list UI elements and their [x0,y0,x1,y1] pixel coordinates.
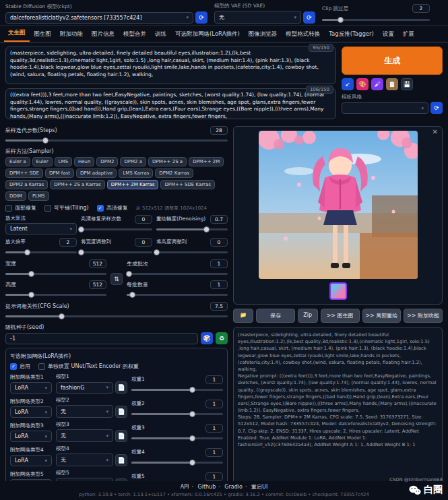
width-slider[interactable] [5,270,106,278]
model-file-icon[interactable]: 📄 [115,430,127,442]
sampler-option[interactable]: PLMS [28,191,49,201]
brush-icon[interactable]: 🖌 [371,78,383,90]
sampler-option[interactable]: DPM2 a [120,157,146,166]
gradio-link[interactable]: Gradio [224,484,243,490]
upscale-by-slider[interactable] [5,249,77,256]
sampler-option[interactable]: DPM2 Karras [155,168,193,178]
lora-model-select[interactable]: 无▾ [56,454,113,466]
reuse-seed-recycle-icon[interactable]: ♻ [216,332,228,344]
lora-weight-value[interactable]: 1 [205,472,223,481]
sampler-option[interactable]: LMS Karras [119,168,153,178]
resize-height-value[interactable]: 0 [210,238,228,247]
restart-ui-link[interactable]: 重启UI [251,484,267,490]
refresh-checkpoint-button[interactable]: ⟳ [195,11,207,24]
clip-skip-value[interactable]: 2 [412,4,430,13]
lora-weight-slider[interactable] [131,410,223,418]
generate-button[interactable]: 生成 [342,46,443,75]
lora-weight-slider[interactable] [131,435,223,442]
sampler-option-selected[interactable]: DPM++ 2M Karras [107,180,159,189]
batch-size-slider[interactable] [127,291,228,299]
lora-weight-slider[interactable] [131,459,223,466]
tiling-checkbox[interactable]: 可平铺(Tiling) [44,204,89,212]
tab-settings[interactable]: 设置 [379,27,398,42]
send-to-extras-button[interactable]: >> 附加功能 [404,309,443,323]
sampler-option[interactable]: Euler [32,157,53,166]
sampler-option[interactable]: DPM adaptive [76,168,117,178]
denoise-slider[interactable] [156,226,228,233]
batch-size-value[interactable]: 1 [210,280,228,289]
lora-type-select[interactable]: LoRA▾ [10,406,52,418]
sampler-option[interactable]: DDIM [5,191,26,201]
styles-select[interactable]: ▾ [342,102,428,114]
refresh-styles-button[interactable]: ⟳ [430,102,443,114]
model-file-icon[interactable]: 📄 [115,454,127,466]
cfg-scale-value[interactable]: 7.5 [210,302,228,311]
negative-prompt-input[interactable]: (((extra feet))),3 feet,more than two fe… [5,88,336,119]
resize-height-slider[interactable] [156,249,228,256]
lora-enable-checkbox[interactable]: ✓ 启用 [10,363,30,370]
model-file-icon[interactable]: 📄 [115,406,127,418]
clipboard-icon[interactable]: 📋 [386,78,398,90]
steps-slider[interactable] [5,137,228,144]
seed-input[interactable]: -1 [5,333,198,344]
random-seed-dice-icon[interactable]: 🎲 [201,332,213,344]
face-restore-checkbox[interactable]: 面部修复 [5,204,36,212]
height-slider[interactable] [5,291,106,299]
resize-width-slider[interactable] [81,249,152,256]
close-icon[interactable]: ✕ [433,128,438,135]
sampler-option[interactable]: LMS [55,157,72,166]
lora-weight-value[interactable]: 1 [205,424,223,433]
sampler-option[interactable]: DPM++ SDE Karras [160,180,214,189]
lora-weight-value[interactable]: 1 [205,375,223,384]
sampler-option[interactable]: DPM2 a Karras [5,180,48,189]
tab-extras[interactable]: 附加功能 [56,27,87,42]
gallery-thumbnail[interactable] [329,282,347,300]
refresh-vae-button[interactable]: ⟳ [303,11,315,24]
palette-icon[interactable]: 🎨 [356,78,369,90]
width-value[interactable]: 512 [89,259,106,268]
lora-model-select[interactable]: 无▾ [56,429,113,442]
send-to-inpaint-button[interactable]: >> 局部重绘 [362,309,402,323]
model-file-icon[interactable]: 📄 [115,381,127,394]
sampler-option[interactable]: Euler a [5,157,30,166]
sampler-option[interactable]: DPM fast [45,168,74,178]
sampler-option[interactable]: DPM++ SDE [5,168,43,178]
upscaler-select[interactable]: Latent ▾ [5,223,77,235]
swap-dimensions-icon[interactable]: ⇅ [110,273,123,285]
tab-checkpoint-merger[interactable]: 模型合并 [119,27,150,42]
sampler-option[interactable]: DPM++ 2S a Karras [50,180,105,189]
upscale-by-value[interactable]: 2 [59,238,77,247]
hires-steps-value[interactable]: 0 [135,215,152,224]
sampler-option[interactable]: DPM2 [96,157,118,166]
batch-count-slider[interactable] [127,270,228,278]
tab-lora[interactable]: 可选附加网络(LoRA插件) [171,27,244,42]
resize-width-value[interactable]: 0 [135,238,152,247]
lora-weight-value[interactable]: 1 [205,400,223,408]
batch-count-value[interactable]: 1 [210,259,228,268]
checkpoint-select[interactable]: dalceforealisticlatlyv2.safetensors [733… [5,12,193,24]
lora-separate-weights-checkbox[interactable]: 单独设置 UNet/Text Encoder 的权重 [38,363,139,370]
tab-train[interactable]: 训练 [151,27,170,42]
hires-steps-slider[interactable] [81,226,152,233]
denoise-value[interactable]: 0.7 [210,215,228,224]
cfg-scale-slider[interactable] [5,313,228,320]
read-params-arrow-icon[interactable]: ↙ [342,78,354,90]
save-button[interactable]: 保存 [256,309,295,323]
generated-image[interactable] [259,131,418,279]
tab-txt2img[interactable]: 文生图 [4,26,30,42]
height-value[interactable]: 512 [89,280,106,289]
sampler-option[interactable]: Heun [74,157,94,166]
tab-image-browser[interactable]: 图像浏览器 [245,27,282,42]
lora-type-select[interactable]: LoRA▾ [10,431,52,442]
vae-select[interactable]: 无 ▾ [214,11,301,24]
positive-prompt-input[interactable]: (masterpiece, sidelighting, ultra-detail… [5,46,336,84]
steps-value[interactable]: 28 [210,126,228,135]
api-link[interactable]: API [181,484,189,490]
tab-png-info[interactable]: 图片信息 [88,27,119,42]
tab-img2img[interactable]: 图生图 [30,27,56,42]
lora-model-select[interactable]: 无▾ [56,405,113,418]
tab-model-converter[interactable]: 模型格式转换 [282,27,324,42]
lora-weight-slider[interactable] [131,386,223,394]
clip-skip-slider[interactable] [322,16,430,24]
github-link[interactable]: Github [197,484,216,490]
